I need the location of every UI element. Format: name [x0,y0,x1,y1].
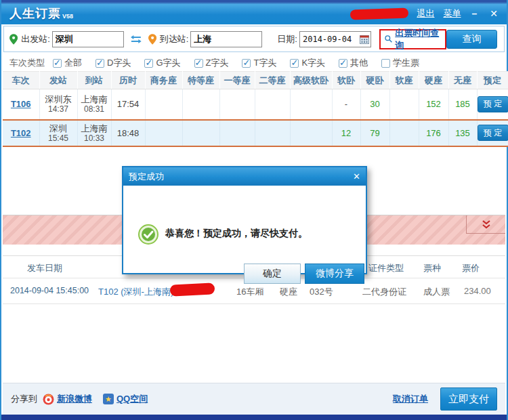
sina-weibo-link[interactable]: 新浪微博 [57,393,92,405]
to-station: 上海南 [78,94,111,104]
footer-bar: 分享到 新浪微博 ★ QQ空间 取消订单 立即支付 [3,383,505,415]
checkbox-label: 全部 [64,57,82,69]
seat-cell: 185 [448,89,477,120]
expand-tab[interactable] [466,215,505,234]
checkbox-checked-icon[interactable] [53,59,62,68]
duration: 18:48 [111,120,145,146]
checkbox-checked-icon[interactable] [96,59,104,68]
ticket-time-query-link[interactable]: 出票时间查询 [395,27,441,51]
from-station-input[interactable] [52,31,124,47]
qzone-link[interactable]: QQ空间 [117,393,148,405]
checkbox-unchecked-icon[interactable] [381,59,390,68]
col-second: 二等座 [255,72,290,89]
checkbox-K字头[interactable]: K字头 [290,57,325,69]
col-premium: 特等座 [182,72,219,89]
col-soft-sleeper: 软卧 [332,72,360,89]
window-bottom-edge [1,415,507,420]
checkbox-checked-icon[interactable] [339,59,347,68]
double-chevron-down-icon [481,219,492,230]
arrive-time: 10:33 [78,133,111,143]
header-price: 票价 [462,262,480,274]
duration: 17:54 [111,89,145,120]
checkbox-G字头[interactable]: G字头 [144,57,180,69]
seat-cell [145,89,182,120]
checkbox-D字头[interactable]: D字头 [96,57,131,69]
from-label: 出发站: [21,33,50,45]
col-book: 预定 [477,72,508,89]
checkbox-全部[interactable]: 全部 [53,57,82,69]
train-row-T102-selected: T102 深圳 15:45 上海南 10:33 18:48 12 79 176 … [3,120,508,146]
checkbox-学生票[interactable]: 学生票 [381,57,419,69]
dialog-close-icon[interactable]: ✕ [353,171,360,182]
train-results-table: 车次 发站 到站 历时 商务座 特等座 一等座 二等座 高级软卧 软卧 硬卧 软… [3,71,508,147]
checkbox-checked-icon[interactable] [290,59,299,68]
calendar-icon[interactable] [360,35,369,44]
checkbox-label: K字头 [301,57,325,69]
cancel-order-link[interactable]: 取消订单 [393,393,428,405]
dialog-body: 恭喜您！预定成功，请尽快支付。 确定 微博分享 [123,186,366,274]
to-label: 到达站: [160,33,189,45]
order-price: 234.00 [464,286,491,296]
order-carriage: 16车厢 [236,286,263,298]
to-station-input[interactable] [190,31,262,47]
app-window: 人生订票 V58 退出 菜单 – ✕ 出发站: 到达站: 日期: [0,0,508,420]
from-station: 深圳东 [40,94,77,104]
redacted-username [351,8,408,19]
seat-cell: 176 [419,120,448,146]
depart-time: 14:37 [40,104,77,114]
search-panel: 出发站: 到达站: 日期: 出 [3,26,505,52]
checkbox-label: D字头 [107,57,131,69]
close-button[interactable]: ✕ [488,8,500,19]
logout-link[interactable]: 退出 [417,7,434,20]
col-hard-sleeper: 硬卧 [360,72,389,89]
seat-cell [145,120,182,146]
col-no-seat: 无座 [448,72,477,89]
col-from: 发站 [39,72,77,89]
seat-cell [219,89,255,120]
checkbox-checked-icon[interactable] [144,59,153,68]
header-id-type: 证件类型 [368,262,404,274]
book-button[interactable]: 预 定 [478,96,508,112]
checkbox-label: T字头 [253,57,276,69]
header-depart-date: 发车日期 [27,262,62,274]
seat-cell [255,89,290,120]
seat-cell [389,89,419,120]
order-seat-no: 032号 [310,286,333,298]
train-link[interactable]: T106 [11,99,31,109]
col-hard-seat: 硬座 [419,72,448,89]
title-bar: 人生订票 V58 退出 菜单 – ✕ [1,0,507,24]
checkbox-label: G字头 [156,57,180,69]
swap-stations-icon[interactable] [131,35,142,44]
pay-now-button[interactable]: 立即支付 [440,387,497,411]
checkbox-Z字头[interactable]: Z字头 [194,57,229,69]
checkbox-其他[interactable]: 其他 [339,57,368,69]
redacted-passenger-name [171,283,215,295]
order-ticket-kind: 成人票 [423,286,450,298]
query-button[interactable]: 查询 [446,30,497,49]
book-button[interactable]: 预 定 [478,125,508,141]
ok-button[interactable]: 确定 [244,264,301,284]
checkbox-label: 学生票 [393,57,419,69]
weibo-share-button[interactable]: 微博分享 [305,264,364,284]
sina-weibo-icon [43,394,54,405]
col-business: 商务座 [145,72,182,89]
train-link[interactable]: T102 [11,128,31,138]
search-icon [385,35,392,43]
checkbox-T字头[interactable]: T字头 [242,57,276,69]
checkbox-label: Z字头 [206,57,229,69]
checkbox-label: 其他 [350,57,368,69]
order-id-type: 二代身份证 [362,286,406,298]
from-station: 深圳 [40,123,77,133]
seat-cell [255,120,290,146]
seat-cell [219,120,255,146]
ticket-time-highlight-box: 出票时间查询 [379,29,446,49]
checkbox-checked-icon[interactable] [194,59,203,68]
seat-cell: - [332,89,360,120]
col-train: 车次 [3,72,39,89]
checkbox-checked-icon[interactable] [242,59,251,68]
seat-cell [182,89,219,120]
minimize-button[interactable]: – [469,8,479,19]
arrival-pin-icon [148,33,156,45]
menu-link[interactable]: 菜单 [443,7,461,20]
order-train: T102 (深圳-上海南) [98,286,173,298]
